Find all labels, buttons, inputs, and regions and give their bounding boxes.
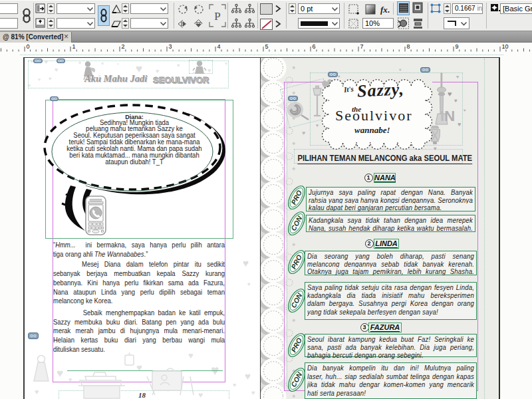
svg-text:7: 7 [360,43,364,50]
svg-text:P: P [214,10,220,23]
svg-text:0: 0 [27,43,30,50]
svg-text:6: 6 [313,43,316,50]
svg-text:8: 8 [407,43,410,50]
svg-text:5: 5 [265,43,269,50]
svg-text:3: 3 [169,43,172,50]
svg-text:9: 9 [456,43,459,50]
svg-text:2: 2 [122,43,125,50]
svg-text:1: 1 [72,43,76,50]
svg-text:10: 10 [502,43,509,50]
svg-text:4: 4 [217,43,221,50]
